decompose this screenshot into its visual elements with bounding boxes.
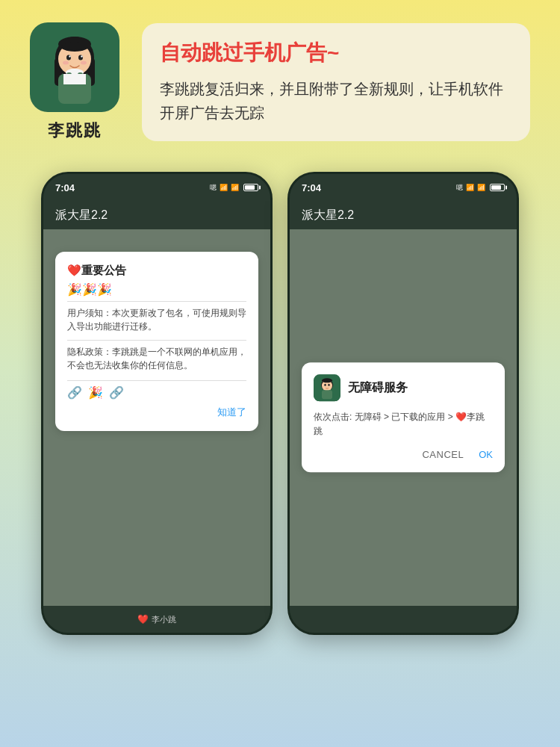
svg-point-19 (324, 384, 326, 386)
dialog-confirm-button[interactable]: 知道了 (217, 406, 246, 419)
dialog-acc-icon (314, 374, 340, 401)
app-icon-illustration (34, 26, 116, 108)
battery-tip-left (259, 186, 261, 190)
status-text-left: 嗯 (210, 183, 217, 193)
dialog-announcement: ❤️重要公告 🎉🎉🎉 用户须知：本次更新改了包名，可使用规则导入导出功能进行迁移… (55, 252, 258, 431)
battery-right (490, 184, 505, 191)
dialog-emojis: 🎉🎉🎉 (67, 282, 246, 297)
dialog-title-row: ❤️重要公告 (67, 264, 246, 278)
description-body: 李跳跳复活归来，并且附带了全新规则，让手机软件开屏广告去无踪 (160, 77, 512, 125)
phone-left-status-bar: 7:04 嗯 📶 📶 (43, 174, 270, 201)
dialog-acc-title: 无障碍服务 (348, 380, 408, 396)
dialog-body2: 隐私政策：李跳跳是一个不联网的单机应用，不会也无法收集你的任何信息。 (67, 345, 246, 373)
phone-left-app-bar: 派大星2.2 (43, 201, 270, 229)
status-text-right: 嗯 (456, 183, 463, 193)
dialog-icons-row: 🔗 🎉 🔗 (67, 385, 246, 400)
heart-icon-left: ❤️ (137, 614, 149, 624)
dialog-divider-2 (67, 340, 246, 341)
description-title: 自动跳过手机广告~ (160, 40, 512, 66)
phone-right-app-title: 派大星2.2 (302, 208, 354, 223)
svg-point-20 (328, 384, 329, 386)
acc-icon-svg (314, 374, 340, 401)
top-section: 李跳跳 自动跳过手机广告~ 李跳跳复活归来，并且附带了全新规则，让手机软件开屏广… (0, 0, 560, 157)
battery-fill-right (491, 185, 501, 190)
phone-right-app-bar: 派大星2.2 (290, 201, 517, 229)
dialog-title-text: ❤️重要公告 (67, 264, 126, 278)
dialog-acc-cancel-button[interactable]: CANCEL (422, 450, 464, 461)
dialog-body1: 用户须知：本次更新改了包名，可使用规则导入导出功能进行迁移。 (67, 306, 246, 334)
app-icon (30, 22, 119, 112)
svg-point-6 (69, 55, 70, 57)
dialog-divider-3 (67, 380, 246, 381)
dialog-acc-header: 无障碍服务 (314, 374, 493, 401)
phone-left-screen: ❤️重要公告 🎉🎉🎉 用户须知：本次更新改了包名，可使用规则导入导出功能进行迁移… (43, 229, 270, 606)
status-wifi-right: 📶 (466, 184, 474, 191)
dialog-accessibility: 无障碍服务 依次点击: 无障碍 > 已下载的应用 > ❤️李跳跳 CANCEL … (302, 362, 505, 472)
app-name-label: 李跳跳 (48, 120, 102, 142)
dialog-icon-2: 🎉 (88, 385, 103, 400)
svg-point-9 (81, 61, 87, 65)
status-signal-left: 📶 (231, 184, 239, 191)
status-signal-right: 📶 (477, 184, 485, 191)
dialog-acc-body: 依次点击: 无障碍 > 已下载的应用 > ❤️李跳跳 (314, 410, 493, 438)
phone-right-time: 7:04 (302, 182, 321, 193)
phone-left: 7:04 嗯 📶 📶 派大星2.2 ❤️重要公告 🎉🎉🎉 (41, 172, 273, 635)
battery-left (243, 184, 258, 191)
phone-right-status-bar: 7:04 嗯 📶 📶 (290, 174, 517, 201)
phone-left-time: 7:04 (55, 182, 75, 193)
dialog-acc-ok-button[interactable]: OK (479, 450, 493, 461)
status-wifi-left: 📶 (220, 184, 228, 191)
description-card: 自动跳过手机广告~ 李跳跳复活归来，并且附带了全新规则，让手机软件开屏广告去无踪 (142, 23, 530, 141)
svg-point-8 (63, 61, 69, 65)
svg-rect-14 (63, 74, 86, 84)
phone-right: 7:04 嗯 📶 📶 派大星2.2 (287, 172, 519, 635)
phone-right-status-icons: 嗯 📶 📶 (456, 183, 505, 193)
phone-left-status-icons: 嗯 📶 📶 (210, 183, 258, 193)
dialog-icon-3: 🔗 (109, 385, 124, 400)
phones-section: 7:04 嗯 📶 📶 派大星2.2 ❤️重要公告 🎉🎉🎉 (0, 157, 560, 635)
svg-point-21 (322, 378, 332, 382)
dialog-acc-buttons: CANCEL OK (314, 450, 493, 461)
app-icon-wrapper: 李跳跳 (30, 22, 119, 142)
dialog-icon-1: 🔗 (67, 385, 82, 400)
battery-fill-left (245, 185, 255, 190)
dialog-confirm-row: 知道了 (67, 406, 246, 419)
phone-right-bottom-bar (290, 606, 517, 633)
dialog-divider-1 (67, 301, 246, 302)
phone-left-bottom-bar: ❤️ 李小跳 (43, 606, 270, 633)
phone-left-app-title: 派大星2.2 (55, 208, 108, 223)
bottom-app-name-left: 李小跳 (152, 614, 176, 625)
battery-tip-right (505, 186, 507, 190)
svg-point-7 (81, 55, 82, 57)
svg-rect-22 (322, 390, 332, 399)
phone-right-screen: 无障碍服务 依次点击: 无障碍 > 已下载的应用 > ❤️李跳跳 CANCEL … (290, 229, 517, 606)
